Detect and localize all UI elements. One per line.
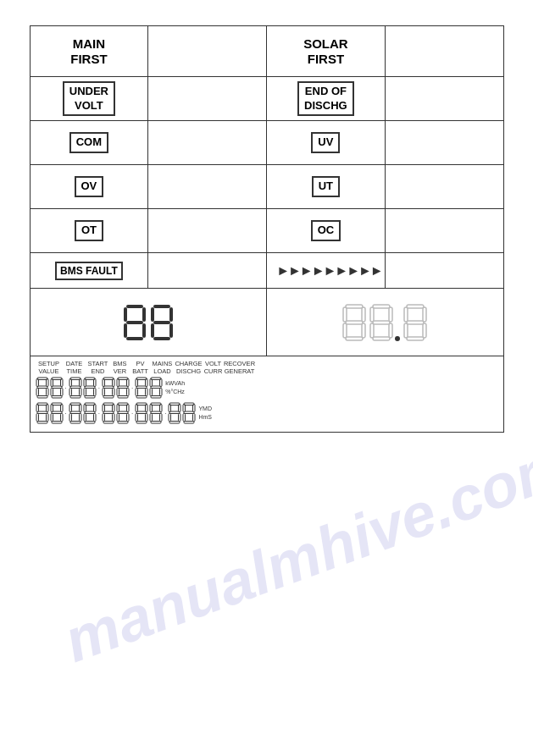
svg-rect-74 — [117, 389, 119, 396]
svg-rect-68 — [112, 389, 114, 396]
label-batt: BATT — [130, 367, 151, 375]
svg-rect-108 — [70, 411, 81, 414]
svg-rect-40 — [46, 389, 48, 396]
svg-rect-27 — [373, 337, 390, 340]
svg-rect-22 — [370, 307, 374, 322]
svg-rect-129 — [118, 411, 128, 414]
ot-oc-row: OT OC — [30, 209, 503, 253]
left-segment-display — [116, 297, 180, 348]
label-start: START — [86, 360, 110, 367]
svg-rect-38 — [37, 386, 47, 389]
small-segments-row2: · — [34, 400, 500, 426]
svg-rect-0 — [126, 305, 143, 308]
decimal-dot — [395, 336, 400, 341]
svg-rect-157 — [184, 411, 194, 414]
separator-3: · — [131, 384, 133, 392]
bms-row: BMS FAULT ►►►►►►►►► — [30, 253, 503, 289]
svg-rect-66 — [103, 386, 114, 389]
svg-rect-53 — [69, 389, 72, 396]
label-charge: CHARGE — [175, 360, 203, 367]
uv-value — [385, 121, 503, 165]
svg-rect-146 — [151, 422, 161, 424]
separator2-1: · — [65, 410, 67, 417]
svg-rect-55 — [70, 396, 81, 399]
svg-rect-34 — [407, 337, 424, 340]
svg-rect-139 — [136, 422, 147, 424]
bms-fault-value — [148, 253, 267, 289]
svg-rect-16 — [362, 307, 365, 322]
left-segment-cell — [30, 289, 266, 356]
svg-rect-26 — [389, 323, 392, 338]
main-first-value — [148, 26, 267, 77]
svg-rect-104 — [52, 422, 62, 424]
uv-cell: UV — [266, 121, 385, 165]
small-segments-row1: · — [34, 375, 500, 400]
svg-rect-88 — [150, 389, 153, 396]
small-seg2-1a — [36, 402, 49, 424]
svg-rect-132 — [118, 422, 128, 424]
svg-rect-23 — [389, 307, 392, 322]
units-column-2: YMD HmS — [198, 405, 212, 422]
small-seg2-3a — [102, 402, 115, 424]
svg-rect-153 — [169, 422, 180, 424]
separator-1: · — [65, 384, 67, 392]
ut-indicator: UT — [312, 176, 340, 197]
svg-rect-137 — [136, 414, 138, 422]
svg-rect-24 — [373, 321, 390, 324]
bottom-labels-row2: VALUE TIME END VER BATT LOAD DISCHG CURR… — [34, 367, 500, 375]
ov-value — [148, 165, 267, 209]
bms-fault-cell: BMS FAULT — [30, 253, 148, 289]
svg-rect-61 — [93, 389, 96, 396]
bottom-cell: SETUP DATE START BMS PV MAINS CHARGE VOL… — [30, 356, 503, 433]
svg-rect-159 — [193, 414, 196, 422]
svg-rect-150 — [169, 411, 180, 414]
svg-rect-89 — [160, 389, 163, 396]
svg-rect-4 — [124, 323, 127, 338]
svg-rect-152 — [179, 414, 181, 422]
separator2-2: · — [98, 410, 100, 417]
label-value: VALUE — [36, 367, 63, 375]
svg-rect-122 — [103, 411, 114, 414]
label-load: LOAD — [151, 367, 175, 375]
right-segment-cell — [266, 289, 503, 356]
svg-rect-28 — [407, 305, 424, 308]
small-seg-3b — [116, 377, 130, 399]
svg-rect-59 — [85, 386, 95, 389]
svg-rect-2 — [142, 307, 146, 322]
com-value — [148, 121, 267, 165]
svg-rect-81 — [136, 389, 138, 396]
arrow-value — [385, 253, 503, 289]
svg-rect-19 — [362, 323, 365, 338]
left-digit-1 — [123, 304, 147, 341]
svg-rect-14 — [346, 305, 363, 308]
header-row: MAINFIRST SOLARFIRST — [30, 26, 503, 77]
unit-kwvah: kWVAh — [165, 379, 185, 388]
small-seg2-2b — [83, 402, 97, 424]
svg-rect-67 — [103, 389, 105, 396]
oc-value — [385, 209, 503, 253]
svg-rect-47 — [60, 389, 63, 396]
label-end: END — [86, 367, 110, 375]
svg-rect-82 — [146, 389, 148, 396]
small-seg-4a — [135, 377, 148, 399]
svg-rect-9 — [169, 307, 173, 322]
svg-rect-17 — [346, 321, 363, 324]
svg-rect-5 — [142, 323, 146, 338]
svg-rect-124 — [112, 414, 114, 422]
segment-row — [30, 289, 503, 356]
svg-rect-144 — [150, 414, 153, 422]
end-of-dischg-indicator: END OFDISCHG — [297, 81, 354, 117]
svg-rect-145 — [160, 414, 163, 422]
separator-2: · — [98, 384, 100, 392]
unit-hz: %°CHz — [165, 388, 185, 396]
separator2-3: · — [131, 410, 133, 417]
svg-rect-1 — [124, 307, 127, 322]
ot-value — [148, 209, 267, 253]
label-generat: GENERAT — [224, 367, 256, 375]
svg-rect-30 — [423, 307, 426, 322]
unit-ymd: YMD — [198, 405, 212, 413]
svg-rect-131 — [126, 414, 129, 422]
svg-rect-96 — [46, 414, 48, 422]
watermark: manualmhive.com — [55, 428, 533, 676]
label-recover: RECOVER — [224, 360, 256, 367]
